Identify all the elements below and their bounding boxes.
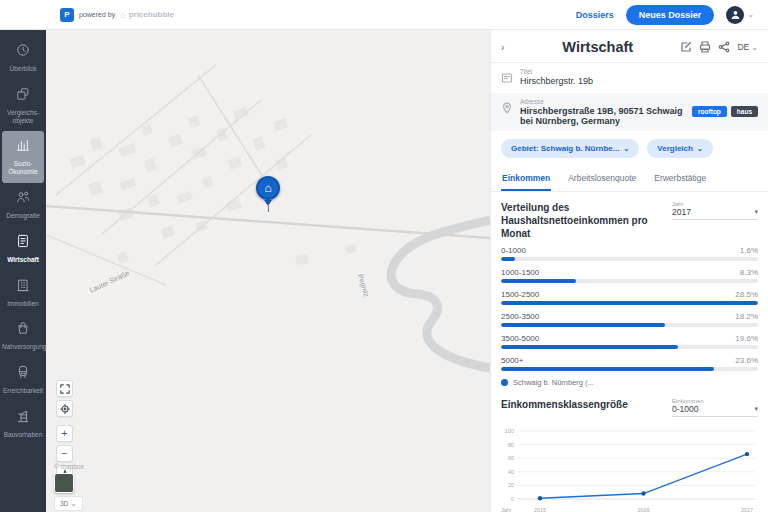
line-data-point[interactable] <box>745 452 749 456</box>
map-background <box>46 30 490 512</box>
brand-area: P powered by ⌂pricehubble <box>60 8 174 22</box>
map-attribution[interactable]: © mapbox <box>54 463 84 470</box>
tab-einkommen[interactable]: Einkommen <box>501 168 551 191</box>
sidebar-item-compare[interactable]: Vergleichs­objekte <box>0 80 46 132</box>
map-canvas[interactable]: Lauter Straße Pegnitz ⌂ + − © mapbox 3D … <box>46 30 490 512</box>
address-row: Adresse Hirschbergstraße 19B, 90571 Schw… <box>491 93 768 131</box>
compare-icon <box>15 86 31 106</box>
overview-icon <box>15 42 31 62</box>
svg-text:100: 100 <box>505 428 514 434</box>
svg-text:2017: 2017 <box>741 507 753 512</box>
address-label: Adresse <box>520 98 685 105</box>
dossiers-link[interactable]: Dossiers <box>576 10 614 20</box>
user-menu[interactable]: ⌄ <box>726 6 754 24</box>
select-value: 2017 <box>672 207 691 217</box>
sidebar-item-socio[interactable]: Sozio-Ökonomie <box>2 131 44 183</box>
bar-percentage: 8.3% <box>740 268 758 277</box>
svg-text:2016: 2016 <box>637 507 649 512</box>
income-bars: 0-10001.6%1000-15008.3%1500-250028.5%250… <box>501 246 758 371</box>
bar-fill <box>501 279 576 283</box>
income-bar-row: 5000+23.6% <box>501 356 758 371</box>
chevron-down-icon: ⌄ <box>751 43 758 52</box>
share-icon[interactable] <box>718 41 730 53</box>
chevron-down-icon: ⌄ <box>697 145 703 153</box>
bar-category-label: 0-1000 <box>501 246 526 255</box>
house-icon: ⌂ <box>264 181 271 195</box>
svg-text:20: 20 <box>508 482 514 488</box>
sidebar-nav: ÜberblickVergleichs­objekteSozio-Ökonomi… <box>0 30 46 512</box>
demography-icon <box>15 189 31 209</box>
bar-category-label: 2500-3500 <box>501 312 539 321</box>
income-bar-row: 1500-250028.5% <box>501 290 758 305</box>
topbar-actions: Dossiers Neues Dossier ⌄ <box>576 5 754 25</box>
property-map-pin[interactable]: ⌂ <box>256 176 280 212</box>
mobility-icon <box>15 364 31 384</box>
sidebar-item-label: Immobilien <box>7 300 38 308</box>
sidebar-item-label: Wirtschaft <box>7 256 39 264</box>
svg-text:2015: 2015 <box>534 507 546 512</box>
partner-logo-text: pricehubble <box>129 10 174 19</box>
bar-track <box>501 257 758 261</box>
locate-button[interactable] <box>56 400 73 417</box>
title-label: Titel <box>520 68 758 75</box>
zoom-out-button[interactable]: − <box>56 445 73 462</box>
sidebar-item-supply[interactable]: Nahversorgung <box>0 314 46 358</box>
tab-arbeitslosenquote[interactable]: Arbeitslosenquote <box>567 168 637 191</box>
map-style-label[interactable]: 3D ⌄ <box>54 496 83 511</box>
chevron-down-icon: ⌄ <box>623 145 629 153</box>
bar-percentage: 28.5% <box>735 290 758 299</box>
print-icon[interactable] <box>699 41 711 53</box>
legend-label: Schwaig b. Nürnberg (... <box>513 378 594 387</box>
bar-track <box>501 323 758 327</box>
sidebar-item-mobility[interactable]: Erreichbarkeit <box>0 358 46 402</box>
sidebar-item-label: Nahversorgung <box>2 343 44 351</box>
new-dossier-button[interactable]: Neues Dossier <box>626 5 715 25</box>
edit-icon[interactable] <box>680 41 692 53</box>
sidebar-item-realestate[interactable]: Immobilien <box>0 271 46 315</box>
svg-text:40: 40 <box>508 469 514 475</box>
sidebar-item-overview[interactable]: Überblick <box>0 36 46 80</box>
line-data-point[interactable] <box>641 491 645 495</box>
pin-stem <box>268 206 269 212</box>
sidebar-item-economy[interactable]: Wirtschaft <box>0 227 46 271</box>
income-line-chart: 020406080100Jahr201520162017 <box>501 425 757 512</box>
bar-track <box>501 367 758 371</box>
zoom-in-button[interactable]: + <box>56 425 73 442</box>
bar-category-label: 5000+ <box>501 356 523 365</box>
property-type-badge: haus <box>731 106 758 117</box>
bar-fill <box>501 257 515 261</box>
bar-track <box>501 279 758 283</box>
select-value: 0-1000 <box>672 404 698 414</box>
svg-text:60: 60 <box>508 455 514 461</box>
section-title: Verteilung des Haushaltsnettoeinkommen p… <box>501 201 661 240</box>
svg-text:0: 0 <box>511 496 514 502</box>
panel-title: Wirtschaft <box>515 39 680 55</box>
sidebar-item-demography[interactable]: Demografie <box>0 183 46 227</box>
sidebar-item-label: Vergleichs­objekte <box>2 109 44 125</box>
map-style-switcher[interactable] <box>54 473 74 493</box>
title-value: Hirschbergstr. 19b <box>520 76 758 86</box>
fullscreen-button[interactable] <box>56 380 73 397</box>
supply-icon <box>15 320 31 340</box>
card-icon <box>501 68 513 88</box>
sidebar-item-construction[interactable]: Bauvorhaben <box>0 402 46 446</box>
sidebar-item-label: Sozio-Ökonomie <box>4 160 42 176</box>
bar-percentage: 18.2% <box>735 312 758 321</box>
tab-erwerbstätige[interactable]: Erwerbstätige <box>653 168 707 191</box>
bar-fill <box>501 367 714 371</box>
income-class-select[interactable]: Einkommen 0-1000▾ <box>672 398 758 417</box>
compare-filter-pill[interactable]: Vergleich⌄ <box>647 139 712 158</box>
collapse-panel-button[interactable]: › <box>501 42 515 53</box>
language-selector[interactable]: DE⌄ <box>737 42 758 52</box>
section-title: Einkommensklassengröße <box>501 398 628 411</box>
bar-fill <box>501 345 678 349</box>
line-data-point[interactable] <box>538 496 542 500</box>
detail-panel: › Wirtschaft DE⌄ Titel Hirschbergstr. 19… <box>490 30 768 512</box>
geocoding-badge: rooftop <box>692 106 727 117</box>
sidebar-item-label: Bauvorhaben <box>4 431 43 439</box>
area-filter-pill[interactable]: Gebiet: Schwaig b. Nürnbe...⌄ <box>501 139 639 158</box>
panel-header: › Wirtschaft DE⌄ <box>491 30 768 63</box>
bar-percentage: 23.6% <box>735 356 758 365</box>
year-select[interactable]: Jahr 2017▾ <box>672 201 758 220</box>
topbar: P powered by ⌂pricehubble Dossiers Neues… <box>0 0 768 30</box>
